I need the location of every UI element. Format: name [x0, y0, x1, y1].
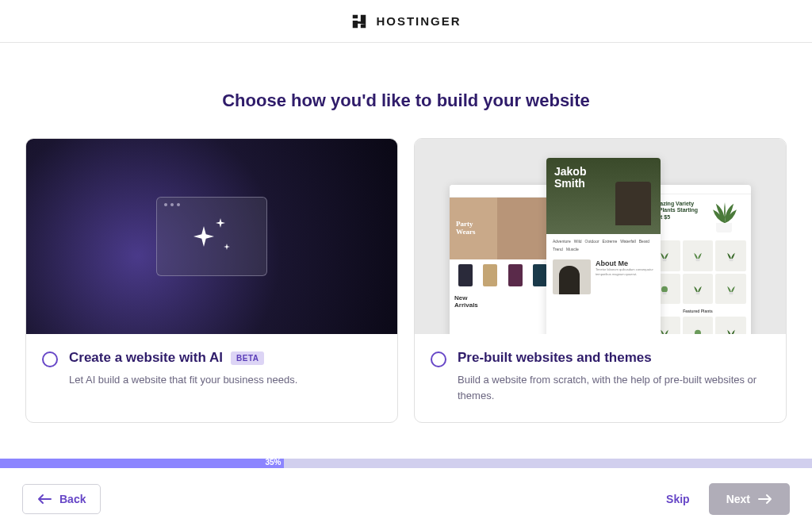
brand-name: HOSTINGER [376, 14, 461, 28]
sparkle-icon [192, 217, 232, 256]
preview-left-section: New Arrivals [450, 291, 556, 312]
progress-bar: 35% [0, 459, 812, 468]
next-button[interactable]: Next [709, 483, 790, 515]
svg-rect-6 [729, 292, 733, 294]
arrow-left-icon [37, 494, 52, 505]
back-label: Back [59, 493, 86, 505]
footer: Back Skip Next [0, 468, 812, 530]
preview-right-section: Featured Plants [645, 305, 751, 315]
svg-point-3 [661, 286, 668, 293]
browser-window-illustration [156, 197, 267, 276]
preview-left-hero: Party Wears [456, 221, 476, 236]
hostinger-logo-icon [350, 13, 368, 30]
svg-rect-5 [696, 292, 700, 294]
progress-percent: 35% [265, 458, 281, 467]
svg-rect-4 [663, 292, 667, 294]
ai-card-title: Create a website with AI [69, 350, 223, 366]
svg-rect-0 [663, 259, 667, 261]
preview-center-tags: Adventure Wild Outdoor Extreme Waterfall… [546, 234, 661, 256]
themes-card-title: Pre-built websites and themes [458, 350, 652, 366]
radio-ai[interactable] [42, 351, 58, 367]
ai-card-description: Let AI build a website that fit your bus… [69, 372, 381, 388]
beta-badge: BETA [231, 351, 264, 365]
header: HOSTINGER [0, 0, 812, 43]
theme-preview-plants: Amazing Variety Of Plants Starting Just … [645, 185, 751, 334]
option-card-ai[interactable]: Create a website with AI BETA Let AI bui… [25, 138, 398, 423]
themes-card-description: Build a website from scratch, with the h… [458, 372, 770, 403]
page-title: Choose how you'd like to build your webs… [22, 90, 790, 111]
theme-preview-portfolio: Jakob Smith Adventure Wild Outdoor Extre… [546, 158, 661, 334]
skip-button[interactable]: Skip [666, 493, 690, 505]
svg-rect-2 [729, 259, 733, 261]
back-button[interactable]: Back [22, 484, 101, 514]
theme-preview-fashion: Party Wears New Arrivals [450, 185, 556, 334]
next-label: Next [726, 493, 750, 505]
svg-point-8 [695, 329, 701, 334]
arrow-right-icon [758, 494, 772, 505]
ai-card-image [26, 139, 397, 334]
svg-rect-1 [696, 259, 700, 261]
option-cards: Create a website with AI BETA Let AI bui… [22, 138, 790, 423]
option-card-themes[interactable]: Party Wears New Arrivals Jak [414, 138, 787, 423]
main-content: Choose how you'd like to build your webs… [0, 43, 812, 423]
themes-card-image: Party Wears New Arrivals Jak [415, 139, 786, 334]
radio-themes[interactable] [431, 351, 446, 367]
